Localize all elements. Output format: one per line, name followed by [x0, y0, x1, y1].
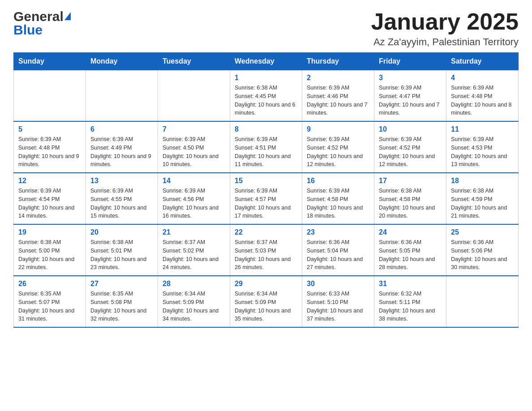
- calendar-cell: 20Sunrise: 6:38 AMSunset: 5:01 PMDayligh…: [86, 224, 158, 276]
- day-number: 11: [451, 125, 514, 133]
- day-number: 9: [307, 125, 369, 133]
- calendar-cell: 8Sunrise: 6:39 AMSunset: 4:51 PMDaylight…: [230, 121, 302, 173]
- logo-arrow-icon: [64, 12, 71, 20]
- day-info: Sunrise: 6:39 AMSunset: 4:53 PMDaylight:…: [451, 135, 514, 169]
- day-number: 15: [235, 177, 297, 185]
- calendar-cell: [14, 70, 86, 122]
- calendar-cell: 31Sunrise: 6:32 AMSunset: 5:11 PMDayligh…: [374, 276, 446, 327]
- header-cell-friday: Friday: [374, 53, 446, 70]
- header-cell-monday: Monday: [86, 53, 158, 70]
- day-info: Sunrise: 6:39 AMSunset: 4:51 PMDaylight:…: [235, 135, 297, 169]
- day-info: Sunrise: 6:38 AMSunset: 4:45 PMDaylight:…: [235, 84, 297, 117]
- calendar-cell: 2Sunrise: 6:39 AMSunset: 4:46 PMDaylight…: [302, 70, 374, 122]
- day-info: Sunrise: 6:38 AMSunset: 5:00 PMDaylight:…: [18, 238, 81, 272]
- day-number: 19: [18, 228, 81, 236]
- day-number: 21: [163, 228, 225, 236]
- day-number: 31: [379, 280, 442, 288]
- title-section: January 2025 Az Za'ayyim, Palestinian Te…: [371, 9, 519, 48]
- day-info: Sunrise: 6:35 AMSunset: 5:07 PMDaylight:…: [18, 290, 81, 323]
- day-number: 28: [163, 280, 225, 288]
- day-number: 14: [163, 177, 225, 185]
- calendar-cell: 29Sunrise: 6:34 AMSunset: 5:09 PMDayligh…: [230, 276, 302, 327]
- calendar-cell: 14Sunrise: 6:39 AMSunset: 4:56 PMDayligh…: [158, 173, 230, 224]
- header-cell-sunday: Sunday: [14, 53, 86, 70]
- day-info: Sunrise: 6:38 AMSunset: 5:01 PMDaylight:…: [90, 238, 153, 272]
- calendar-cell: 24Sunrise: 6:36 AMSunset: 5:05 PMDayligh…: [374, 224, 446, 276]
- week-row-5: 26Sunrise: 6:35 AMSunset: 5:07 PMDayligh…: [14, 276, 519, 327]
- day-number: 17: [379, 177, 442, 185]
- day-number: 3: [379, 74, 442, 82]
- day-info: Sunrise: 6:39 AMSunset: 4:55 PMDaylight:…: [90, 187, 153, 220]
- day-number: 6: [90, 125, 153, 133]
- calendar-cell: 25Sunrise: 6:36 AMSunset: 5:06 PMDayligh…: [446, 224, 519, 276]
- day-number: 22: [235, 228, 297, 236]
- day-number: 7: [163, 125, 225, 133]
- calendar-cell: 12Sunrise: 6:39 AMSunset: 4:54 PMDayligh…: [14, 173, 86, 224]
- header-cell-thursday: Thursday: [302, 53, 374, 70]
- day-number: 23: [307, 228, 369, 236]
- calendar-cell: 26Sunrise: 6:35 AMSunset: 5:07 PMDayligh…: [14, 276, 86, 327]
- day-info: Sunrise: 6:37 AMSunset: 5:02 PMDaylight:…: [163, 238, 225, 272]
- day-info: Sunrise: 6:36 AMSunset: 5:05 PMDaylight:…: [379, 238, 442, 272]
- day-info: Sunrise: 6:39 AMSunset: 4:49 PMDaylight:…: [90, 135, 153, 169]
- logo-blue-text: Blue: [13, 22, 43, 38]
- calendar-cell: 22Sunrise: 6:37 AMSunset: 5:03 PMDayligh…: [230, 224, 302, 276]
- logo: General Blue: [13, 9, 71, 38]
- calendar-cell: 28Sunrise: 6:34 AMSunset: 5:09 PMDayligh…: [158, 276, 230, 327]
- day-number: 8: [235, 125, 297, 133]
- day-number: 16: [307, 177, 369, 185]
- calendar-cell: [158, 70, 230, 122]
- calendar-cell: 5Sunrise: 6:39 AMSunset: 4:48 PMDaylight…: [14, 121, 86, 173]
- header-row: SundayMondayTuesdayWednesdayThursdayFrid…: [14, 53, 519, 70]
- day-number: 29: [235, 280, 297, 288]
- day-info: Sunrise: 6:39 AMSunset: 4:57 PMDaylight:…: [235, 187, 297, 220]
- day-info: Sunrise: 6:36 AMSunset: 5:04 PMDaylight:…: [307, 238, 369, 272]
- calendar-cell: 9Sunrise: 6:39 AMSunset: 4:52 PMDaylight…: [302, 121, 374, 173]
- logo-general-text: General: [13, 9, 64, 24]
- week-row-1: 1Sunrise: 6:38 AMSunset: 4:45 PMDaylight…: [14, 70, 519, 122]
- day-info: Sunrise: 6:39 AMSunset: 4:50 PMDaylight:…: [163, 135, 225, 169]
- day-info: Sunrise: 6:39 AMSunset: 4:56 PMDaylight:…: [163, 187, 225, 220]
- day-number: 20: [90, 228, 153, 236]
- day-info: Sunrise: 6:39 AMSunset: 4:46 PMDaylight:…: [307, 84, 369, 117]
- calendar-cell: 6Sunrise: 6:39 AMSunset: 4:49 PMDaylight…: [86, 121, 158, 173]
- day-number: 4: [451, 74, 514, 82]
- day-info: Sunrise: 6:39 AMSunset: 4:58 PMDaylight:…: [307, 187, 369, 220]
- header-cell-wednesday: Wednesday: [230, 53, 302, 70]
- calendar-cell: 23Sunrise: 6:36 AMSunset: 5:04 PMDayligh…: [302, 224, 374, 276]
- day-info: Sunrise: 6:38 AMSunset: 4:58 PMDaylight:…: [379, 187, 442, 220]
- calendar-cell: 16Sunrise: 6:39 AMSunset: 4:58 PMDayligh…: [302, 173, 374, 224]
- day-number: 26: [18, 280, 81, 288]
- calendar-cell: 17Sunrise: 6:38 AMSunset: 4:58 PMDayligh…: [374, 173, 446, 224]
- day-number: 30: [307, 280, 369, 288]
- day-info: Sunrise: 6:34 AMSunset: 5:09 PMDaylight:…: [163, 290, 225, 323]
- day-info: Sunrise: 6:37 AMSunset: 5:03 PMDaylight:…: [235, 238, 297, 272]
- week-row-2: 5Sunrise: 6:39 AMSunset: 4:48 PMDaylight…: [14, 121, 519, 173]
- day-number: 18: [451, 177, 514, 185]
- calendar-header: SundayMondayTuesdayWednesdayThursdayFrid…: [14, 53, 519, 70]
- day-info: Sunrise: 6:39 AMSunset: 4:54 PMDaylight:…: [18, 187, 81, 220]
- calendar-cell: 3Sunrise: 6:39 AMSunset: 4:47 PMDaylight…: [374, 70, 446, 122]
- day-info: Sunrise: 6:35 AMSunset: 5:08 PMDaylight:…: [90, 290, 153, 323]
- day-number: 13: [90, 177, 153, 185]
- day-info: Sunrise: 6:39 AMSunset: 4:48 PMDaylight:…: [451, 84, 514, 117]
- calendar-cell: 15Sunrise: 6:39 AMSunset: 4:57 PMDayligh…: [230, 173, 302, 224]
- week-row-4: 19Sunrise: 6:38 AMSunset: 5:00 PMDayligh…: [14, 224, 519, 276]
- day-info: Sunrise: 6:32 AMSunset: 5:11 PMDaylight:…: [379, 290, 442, 323]
- day-number: 2: [307, 74, 369, 82]
- day-info: Sunrise: 6:39 AMSunset: 4:52 PMDaylight:…: [307, 135, 369, 169]
- location-text: Az Za'ayyim, Palestinian Territory: [371, 36, 519, 48]
- calendar-cell: 4Sunrise: 6:39 AMSunset: 4:48 PMDaylight…: [446, 70, 519, 122]
- header-cell-tuesday: Tuesday: [158, 53, 230, 70]
- day-number: 1: [235, 74, 297, 82]
- calendar-cell: 30Sunrise: 6:33 AMSunset: 5:10 PMDayligh…: [302, 276, 374, 327]
- day-info: Sunrise: 6:33 AMSunset: 5:10 PMDaylight:…: [307, 290, 369, 323]
- calendar-cell: 21Sunrise: 6:37 AMSunset: 5:02 PMDayligh…: [158, 224, 230, 276]
- page-header: General Blue January 2025 Az Za'ayyim, P…: [13, 9, 519, 48]
- calendar-body: 1Sunrise: 6:38 AMSunset: 4:45 PMDaylight…: [14, 70, 519, 328]
- day-info: Sunrise: 6:36 AMSunset: 5:06 PMDaylight:…: [451, 238, 514, 272]
- day-number: 27: [90, 280, 153, 288]
- day-info: Sunrise: 6:34 AMSunset: 5:09 PMDaylight:…: [235, 290, 297, 323]
- calendar-cell: 19Sunrise: 6:38 AMSunset: 5:00 PMDayligh…: [14, 224, 86, 276]
- header-cell-saturday: Saturday: [446, 53, 519, 70]
